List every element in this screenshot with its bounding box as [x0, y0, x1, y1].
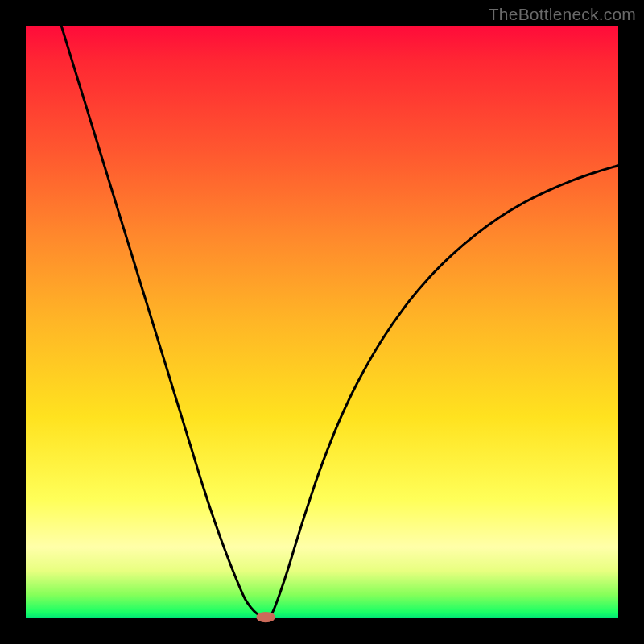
bottleneck-curve: [61, 26, 618, 618]
chart-frame: TheBottleneck.com: [0, 0, 644, 644]
watermark-text: TheBottleneck.com: [489, 5, 636, 24]
minimum-marker: [256, 612, 275, 622]
chart-svg: [26, 26, 618, 618]
